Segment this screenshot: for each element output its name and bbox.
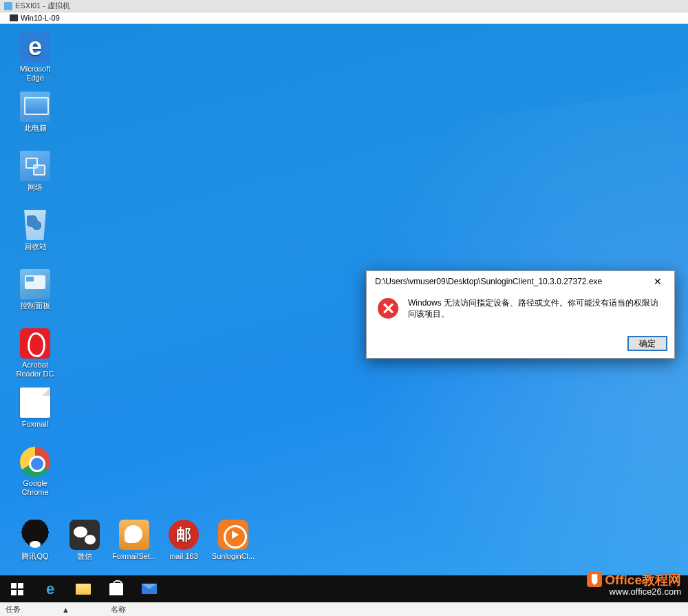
acrobat-icon xyxy=(20,328,50,359)
foxmail-icon xyxy=(20,387,50,418)
desktop-icon-acrobat[interactable]: AcrobatReader DC xyxy=(10,328,61,379)
vm-host-icon xyxy=(4,2,12,10)
folder-icon xyxy=(76,584,91,595)
desktop-icon-chrome[interactable]: GoogleChrome xyxy=(10,447,61,497)
desktop-icon-network[interactable]: 网络 xyxy=(10,151,61,192)
this-pc-icon xyxy=(20,92,50,122)
desktop-icon-this-pc[interactable]: 此电脑 xyxy=(10,92,61,133)
error-dialog: D:\Users\vmuser09\Desktop\SunloginClient… xyxy=(366,270,675,359)
desktop-icon-recycle-bin[interactable]: 回收站 xyxy=(10,210,61,251)
close-icon[interactable]: ✕ xyxy=(644,272,671,291)
windows-icon xyxy=(11,583,23,595)
vm-titlebar: ESXI01 - 虚拟机 xyxy=(0,0,688,12)
desktop-icon-qq[interactable]: 腾讯QQ xyxy=(10,520,61,561)
mail-icon xyxy=(142,584,157,594)
dialog-body: Windows 无法访问指定设备、路径或文件。你可能没有适当的权限访问该项目。 xyxy=(367,292,674,332)
taskbar-explorer[interactable] xyxy=(67,575,99,602)
dialog-message: Windows 无法访问指定设备、路径或文件。你可能没有适当的权限访问该项目。 xyxy=(408,297,663,319)
sunlogin-icon xyxy=(218,520,248,550)
control-panel-icon xyxy=(20,269,50,299)
dialog-title: D:\Users\vmuser09\Desktop\SunloginClient… xyxy=(375,277,644,286)
desktop-icon-mail163[interactable]: mail 163 xyxy=(158,520,209,561)
icon-label: GoogleChrome xyxy=(10,479,61,497)
icon-label: SunloginCl... xyxy=(208,552,259,561)
error-icon xyxy=(378,298,398,319)
icon-label: 回收站 xyxy=(10,242,61,251)
icon-label: FoxmailSet... xyxy=(109,552,160,561)
wechat-icon xyxy=(69,520,100,550)
qq-icon xyxy=(20,520,50,550)
desktop-icon-wechat[interactable]: 微信 xyxy=(59,520,110,561)
chrome-icon xyxy=(20,447,50,477)
icon-label: 网络 xyxy=(10,183,61,192)
status-a: 任务 xyxy=(6,604,21,615)
icon-label: 控制面板 xyxy=(10,301,61,310)
desktop-icon-sunlogin[interactable]: SunloginCl... xyxy=(208,520,259,561)
watermark: Office教程网 www.office26.com xyxy=(587,572,681,597)
dialog-titlebar[interactable]: D:\Users\vmuser09\Desktop\SunloginClient… xyxy=(367,271,674,292)
dialog-footer: 确定 xyxy=(367,332,674,358)
console-icon xyxy=(10,14,18,21)
guest-desktop[interactable]: MicrosoftEdge此电脑网络回收站控制面板AcrobatReader D… xyxy=(0,24,688,616)
watermark-logo-icon xyxy=(587,572,602,587)
fmsetup-icon xyxy=(119,520,149,550)
taskbar-edge[interactable]: e xyxy=(34,575,66,602)
store-icon xyxy=(109,583,123,595)
edge-icon: e xyxy=(46,580,54,598)
status-bar: 任务 ▲ 名称 xyxy=(0,602,688,616)
vm-window: ESXI01 - 虚拟机 Win10-L-09 MicrosoftEdge此电脑… xyxy=(0,0,688,616)
vm-tabbar: Win10-L-09 xyxy=(0,12,688,24)
vm-tab-label: Win10-L-09 xyxy=(21,14,60,22)
icon-label: mail 163 xyxy=(158,552,209,561)
network-icon xyxy=(20,151,50,181)
icon-label: MicrosoftEdge xyxy=(10,65,61,83)
icon-label: AcrobatReader DC xyxy=(10,361,61,379)
start-button[interactable] xyxy=(1,575,33,602)
icon-label: 腾讯QQ xyxy=(10,552,61,561)
taskbar: e xyxy=(0,575,688,602)
watermark-title: Office教程网 xyxy=(605,573,681,587)
desktop-icon-control-panel[interactable]: 控制面板 xyxy=(10,269,61,310)
recycle-bin-icon xyxy=(20,210,50,240)
mail163-icon xyxy=(169,520,199,550)
vm-tab[interactable]: Win10-L-09 xyxy=(10,14,60,22)
ok-button[interactable]: 确定 xyxy=(627,336,667,351)
icon-label: 此电脑 xyxy=(10,124,61,133)
desktop-icon-edge[interactable]: MicrosoftEdge xyxy=(10,32,61,83)
edge-icon xyxy=(20,32,50,63)
vm-title: ESXI01 - 虚拟机 xyxy=(15,1,70,11)
desktop-icon-fmsetup[interactable]: FoxmailSet... xyxy=(109,520,160,561)
taskbar-store[interactable] xyxy=(100,575,132,602)
icon-label: 微信 xyxy=(59,552,110,561)
status-b: 名称 xyxy=(111,604,126,615)
watermark-url: www.office26.com xyxy=(587,587,681,597)
desktop-icon-foxmail[interactable]: Foxmail xyxy=(10,387,61,429)
icon-label: Foxmail xyxy=(10,420,61,429)
taskbar-mail[interactable] xyxy=(133,575,165,602)
